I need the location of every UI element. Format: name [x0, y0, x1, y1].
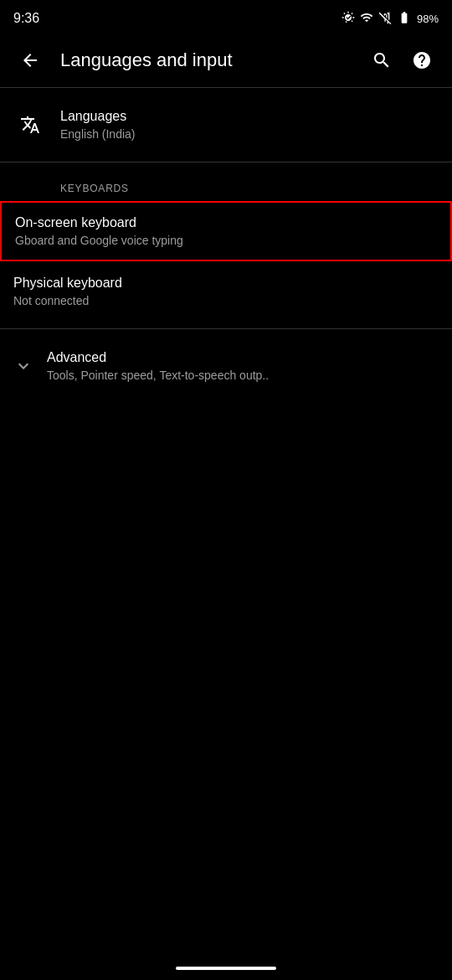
- status-bar: 9:36 98%: [0, 0, 452, 34]
- alarm-icon: [342, 11, 355, 27]
- battery-percentage: 98%: [417, 13, 439, 25]
- physical-keyboard-title: Physical keyboard: [13, 275, 439, 292]
- translate-icon: [13, 108, 47, 142]
- status-icons: 98%: [342, 11, 439, 27]
- languages-item-content: Languages English (India): [60, 108, 439, 142]
- search-button[interactable]: [365, 44, 398, 77]
- onscreen-keyboard-subtitle: Gboard and Google voice typing: [15, 233, 437, 248]
- page-title: Languages and input: [60, 49, 352, 71]
- advanced-item[interactable]: Advanced Tools, Pointer speed, Text-to-s…: [0, 336, 452, 396]
- languages-item[interactable]: Languages English (India): [0, 95, 452, 155]
- onscreen-keyboard-content: On-screen keyboard Gboard and Google voi…: [15, 214, 437, 249]
- home-indicator: [176, 967, 276, 970]
- battery-icon: [397, 11, 412, 27]
- app-bar: Languages and input: [0, 34, 452, 87]
- status-time: 9:36: [13, 11, 39, 26]
- help-button[interactable]: [405, 44, 439, 77]
- keyboards-section: KEYBOARDS On-screen keyboard Gboard and …: [0, 162, 452, 328]
- back-button[interactable]: [13, 44, 47, 77]
- physical-keyboard-content: Physical keyboard Not connected: [13, 275, 439, 309]
- signal-icon: [378, 11, 392, 27]
- expand-icon: [13, 356, 33, 376]
- physical-keyboard-subtitle: Not connected: [13, 293, 439, 308]
- advanced-subtitle: Tools, Pointer speed, Text-to-speech out…: [47, 368, 439, 383]
- languages-section: Languages English (India): [0, 88, 452, 162]
- languages-subtitle: English (India): [60, 126, 439, 142]
- advanced-section: Advanced Tools, Pointer speed, Text-to-s…: [0, 329, 452, 403]
- app-bar-actions: [365, 44, 439, 77]
- advanced-title: Advanced: [47, 349, 439, 367]
- physical-keyboard-item[interactable]: Physical keyboard Not connected: [0, 261, 452, 322]
- onscreen-keyboard-item[interactable]: On-screen keyboard Gboard and Google voi…: [0, 201, 452, 261]
- wifi-icon: [360, 11, 373, 27]
- onscreen-keyboard-title: On-screen keyboard: [15, 214, 437, 232]
- keyboards-section-header: KEYBOARDS: [0, 169, 452, 201]
- advanced-content: Advanced Tools, Pointer speed, Text-to-s…: [47, 349, 439, 384]
- languages-title: Languages: [60, 108, 439, 126]
